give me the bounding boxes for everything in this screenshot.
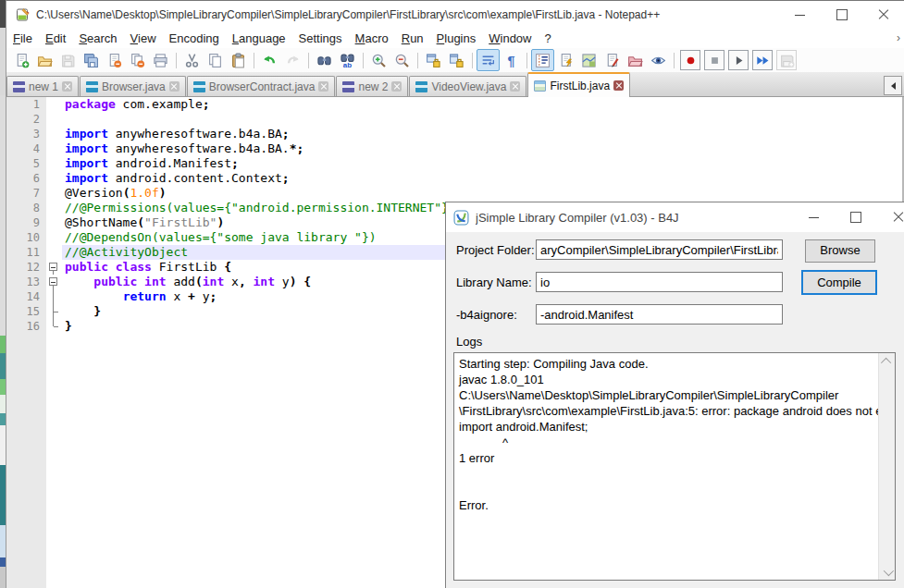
pilcrow-icon: ¶	[503, 53, 519, 68]
logs-label: Logs	[456, 335, 482, 349]
jsimple-library-compiler-dialog: jSimple Library Compiler (v1.03) - B4J P…	[445, 202, 904, 588]
tab-close-icon[interactable]	[318, 81, 328, 92]
code-line-5: 5import android.Manifest;	[6, 156, 902, 171]
b4aignore-input[interactable]	[536, 304, 783, 325]
menu-item-[interactable]: ?	[538, 30, 557, 47]
logs-output-box[interactable]: Starting step: Compiling Java code. java…	[453, 352, 896, 581]
fold-margin	[46, 171, 62, 186]
macro-record-icon	[683, 53, 699, 68]
save-all-button[interactable]	[80, 49, 103, 71]
find-button[interactable]	[313, 49, 336, 71]
fold-margin	[46, 201, 62, 215]
tab-close-icon[interactable]	[391, 81, 402, 92]
tab-browsercontract-java[interactable]: BrowserContract.java	[187, 76, 336, 96]
fold-marker[interactable]	[46, 260, 62, 275]
macro-save-icon	[779, 53, 795, 68]
zoom-in-icon	[371, 53, 387, 68]
tab-label: new 2	[358, 80, 388, 93]
menu-item-run[interactable]: Run	[395, 30, 430, 47]
menu-item-language[interactable]: Language	[226, 30, 292, 47]
close-doc-button[interactable]	[103, 49, 126, 71]
menu-item-macro[interactable]: Macro	[349, 30, 395, 47]
function-list-button[interactable]	[554, 49, 577, 71]
logs-scrollbar[interactable]	[878, 353, 895, 580]
code-line-3: 3import anywheresoftware.b4a.BA;	[6, 127, 902, 141]
dialog-title: jSimple Library Compiler (v1.03) - B4J	[476, 211, 792, 225]
tab-close-icon[interactable]	[613, 80, 624, 91]
menu-item-view[interactable]: View	[124, 30, 163, 47]
folder-workspace-icon	[627, 53, 643, 68]
copy-button[interactable]	[204, 49, 227, 71]
menu-item-window[interactable]: Window	[482, 30, 538, 47]
dialog-close-button[interactable]	[877, 202, 904, 232]
macro-record-button[interactable]	[680, 50, 700, 70]
tab-close-icon[interactable]	[169, 81, 180, 92]
macro-multi-button[interactable]	[752, 50, 773, 70]
dialog-maximize-button[interactable]	[835, 202, 877, 232]
tab-videoview-java[interactable]: VideoView.java	[409, 76, 526, 96]
sync-h-button[interactable]	[445, 49, 468, 71]
new-file-button[interactable]	[10, 49, 33, 71]
tab-close-icon[interactable]	[510, 81, 520, 92]
library-name-input[interactable]	[536, 272, 783, 292]
tab-firstlib-java[interactable]: FirstLib.java	[527, 72, 630, 97]
new-file-icon	[14, 53, 30, 68]
tab-new-2[interactable]: new 2	[336, 76, 408, 96]
project-folder-input[interactable]	[536, 239, 783, 260]
menu-item-plugins[interactable]: Plugins	[430, 30, 483, 47]
menu-item-settings[interactable]: Settings	[292, 30, 349, 47]
menu-item-file[interactable]: File	[6, 30, 39, 47]
maximize-button[interactable]	[821, 1, 862, 29]
print-button[interactable]	[149, 49, 172, 71]
compile-button[interactable]: Compile	[801, 270, 877, 295]
tab-label: FirstLib.java	[550, 80, 610, 92]
macro-stop-button[interactable]	[704, 50, 724, 70]
save-all-icon	[83, 53, 99, 68]
cut-button[interactable]	[180, 49, 204, 71]
dialog-titlebar[interactable]: jSimple Library Compiler (v1.03) - B4J	[446, 202, 904, 232]
code-text: package com.example;	[62, 97, 902, 112]
menu-item-edit[interactable]: Edit	[39, 30, 72, 47]
close-all-button[interactable]	[126, 49, 149, 71]
zoom-in-button[interactable]	[367, 49, 390, 71]
titlebar[interactable]: C:\Users\Name\Desktop\SimpleLibraryCompi…	[6, 1, 904, 29]
doc-list-button[interactable]	[601, 49, 624, 71]
zoom-out-button[interactable]	[390, 49, 414, 71]
close-button[interactable]	[862, 1, 904, 29]
dialog-minimize-button[interactable]	[792, 202, 835, 232]
tab-new-1[interactable]: new 1	[6, 76, 79, 96]
tab-scroll-left-button[interactable]	[884, 76, 902, 95]
replace-icon: ab	[340, 53, 355, 68]
scroll-up-icon[interactable]	[879, 353, 895, 369]
browse-button[interactable]: Browse	[805, 239, 875, 263]
tab-browser-java[interactable]: Browser.java	[80, 76, 186, 96]
replace-button[interactable]: ab	[336, 49, 359, 71]
code-line-4: 4import anywheresoftware.b4a.BA.*;	[6, 141, 902, 156]
sync-v-button[interactable]	[422, 49, 445, 71]
undo-button[interactable]	[258, 49, 281, 71]
line-number: 5	[6, 156, 46, 171]
scroll-down-icon[interactable]	[879, 564, 895, 580]
minimize-button[interactable]	[779, 1, 821, 29]
menu-item-encoding[interactable]: Encoding	[163, 30, 226, 47]
folder-workspace-button[interactable]	[624, 49, 647, 71]
line-number: 16	[6, 319, 46, 334]
tab-close-icon[interactable]	[62, 81, 72, 92]
doc-map-button[interactable]	[577, 49, 601, 71]
macro-play-button[interactable]	[728, 50, 749, 70]
indent-guide-button[interactable]	[531, 49, 554, 71]
pilcrow-button[interactable]: ¶	[500, 49, 523, 71]
line-number: 14	[6, 289, 46, 304]
menu-item-search[interactable]: Search	[72, 30, 123, 47]
line-number: 3	[6, 127, 46, 141]
fold-marker[interactable]	[46, 275, 62, 289]
monitoring-button[interactable]	[647, 49, 670, 71]
library-name-label: Library Name:	[456, 276, 532, 289]
toolbar-separator	[417, 53, 418, 68]
word-wrap-button[interactable]	[477, 49, 500, 71]
open-folder-button[interactable]	[33, 49, 56, 71]
line-number: 12	[6, 260, 46, 275]
menu-overflow-chevron[interactable]: ›	[897, 31, 900, 44]
toolbar-separator	[472, 53, 473, 68]
paste-button[interactable]	[227, 49, 250, 71]
